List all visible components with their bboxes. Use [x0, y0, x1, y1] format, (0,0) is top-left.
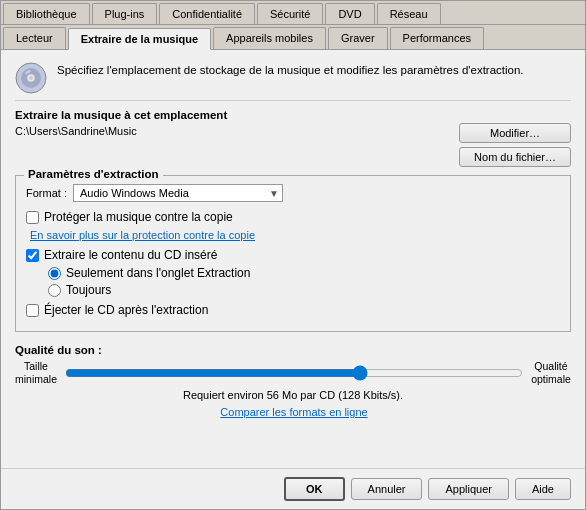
extract-checkbox[interactable] — [26, 249, 39, 262]
quality-label: Qualité du son : — [15, 344, 571, 356]
tab-extraire-musique[interactable]: Extraire de la musique — [68, 28, 211, 50]
slider-right-label: Qualitéoptimale — [531, 360, 571, 385]
params-group: Paramètres d'extraction Format : Audio W… — [15, 175, 571, 332]
format-row: Format : Audio Windows Media MP3 WAV (Sa… — [26, 184, 560, 202]
radio-always-row: Toujours — [48, 283, 560, 297]
extract-section: Extraire la musique à cet emplacement C:… — [15, 109, 571, 167]
modify-button[interactable]: Modifier… — [459, 123, 571, 143]
cd-icon — [15, 62, 47, 94]
format-label: Format : — [26, 187, 67, 199]
eject-checkbox-row: Éjecter le CD après l'extraction — [26, 303, 560, 317]
protect-checkbox-row: Protéger la musique contre la copie — [26, 210, 560, 224]
protect-label: Protéger la musique contre la copie — [44, 210, 233, 224]
radio-only-label: Seulement dans l'onglet Extraction — [66, 266, 250, 280]
tab-appareils-mobiles[interactable]: Appareils mobiles — [213, 27, 326, 49]
params-group-title: Paramètres d'extraction — [24, 168, 163, 180]
format-select[interactable]: Audio Windows Media MP3 WAV (Sans perte)… — [73, 184, 283, 202]
tab-performances[interactable]: Performances — [390, 27, 484, 49]
tab-plugins[interactable]: Plug-ins — [92, 3, 158, 24]
cancel-button[interactable]: Annuler — [351, 478, 423, 500]
header-description: Spécifiez l'emplacement de stockage de l… — [57, 62, 524, 78]
slider-container: Tailleminimale Qualitéoptimale — [15, 360, 571, 385]
eject-label: Éjecter le CD après l'extraction — [44, 303, 208, 317]
tab-lecteur[interactable]: Lecteur — [3, 27, 66, 49]
tab-confidentialite[interactable]: Confidentialité — [159, 3, 255, 24]
extract-section-label: Extraire la musique à cet emplacement — [15, 109, 571, 121]
location-row: C:\Users\Sandrine\Music Modifier… Nom du… — [15, 123, 571, 167]
slider-left-label: Tailleminimale — [15, 360, 57, 385]
eject-checkbox[interactable] — [26, 304, 39, 317]
radio-only[interactable] — [48, 267, 61, 280]
apply-button[interactable]: Appliquer — [428, 478, 508, 500]
main-content: Spécifiez l'emplacement de stockage de l… — [1, 50, 585, 468]
quality-slider[interactable] — [65, 365, 523, 381]
radio-always-label: Toujours — [66, 283, 111, 297]
tabs-row-1: Bibliothèque Plug-ins Confidentialité Sé… — [1, 1, 585, 25]
tab-dvd[interactable]: DVD — [325, 3, 374, 24]
ok-button[interactable]: OK — [284, 477, 345, 501]
header-section: Spécifiez l'emplacement de stockage de l… — [15, 62, 571, 101]
extract-checkbox-row: Extraire le contenu du CD inséré — [26, 248, 560, 262]
quality-info: Requiert environ 56 Mo par CD (128 Kbits… — [15, 389, 571, 401]
format-select-wrap: Audio Windows Media MP3 WAV (Sans perte)… — [73, 184, 283, 202]
bottom-bar: OK Annuler Appliquer Aide — [1, 468, 585, 509]
radio-always[interactable] — [48, 284, 61, 297]
help-button[interactable]: Aide — [515, 478, 571, 500]
filename-button[interactable]: Nom du fichier… — [459, 147, 571, 167]
extract-label: Extraire le contenu du CD inséré — [44, 248, 217, 262]
tab-graver[interactable]: Graver — [328, 27, 388, 49]
tab-bibliotheque[interactable]: Bibliothèque — [3, 3, 90, 24]
tabs-row-2: Lecteur Extraire de la musique Appareils… — [1, 25, 585, 50]
compare-link-container: Comparer les formats en ligne — [15, 405, 571, 419]
dialog-window: Bibliothèque Plug-ins Confidentialité Sé… — [0, 0, 586, 510]
compare-link[interactable]: Comparer les formats en ligne — [220, 406, 367, 418]
tab-securite[interactable]: Sécurité — [257, 3, 323, 24]
tab-reseau[interactable]: Réseau — [377, 3, 441, 24]
radio-group: Seulement dans l'onglet Extraction Toujo… — [48, 266, 560, 297]
quality-section: Qualité du son : Tailleminimale Qualitéo… — [15, 344, 571, 419]
extract-buttons: Modifier… Nom du fichier… — [459, 123, 571, 167]
protect-link[interactable]: En savoir plus sur la protection contre … — [30, 229, 255, 241]
svg-point-3 — [29, 76, 33, 80]
protect-checkbox[interactable] — [26, 211, 39, 224]
location-path: C:\Users\Sandrine\Music — [15, 123, 451, 137]
radio-only-row: Seulement dans l'onglet Extraction — [48, 266, 560, 280]
